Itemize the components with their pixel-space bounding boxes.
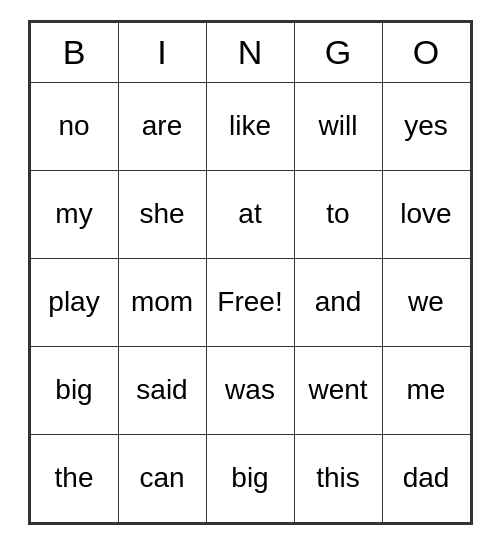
table-row: playmomFree!andwe [30, 258, 470, 346]
bingo-cell: love [382, 170, 470, 258]
header-o: O [382, 22, 470, 82]
bingo-cell: my [30, 170, 118, 258]
bingo-cell: play [30, 258, 118, 346]
bingo-cell: like [206, 82, 294, 170]
bingo-table: B I N G O noarelikewillyesmysheattolovep… [30, 22, 471, 523]
bingo-cell: at [206, 170, 294, 258]
bingo-cell: Free! [206, 258, 294, 346]
bingo-cell: said [118, 346, 206, 434]
bingo-card: B I N G O noarelikewillyesmysheattolovep… [28, 20, 473, 525]
bingo-cell: and [294, 258, 382, 346]
table-row: thecanbigthisdad [30, 434, 470, 522]
bingo-cell: big [30, 346, 118, 434]
bingo-cell: can [118, 434, 206, 522]
bingo-cell: will [294, 82, 382, 170]
bingo-cell: yes [382, 82, 470, 170]
table-row: mysheattolove [30, 170, 470, 258]
bingo-cell: me [382, 346, 470, 434]
header-g: G [294, 22, 382, 82]
bingo-cell: she [118, 170, 206, 258]
bingo-cell: no [30, 82, 118, 170]
table-row: noarelikewillyes [30, 82, 470, 170]
bingo-cell: was [206, 346, 294, 434]
bingo-cell: mom [118, 258, 206, 346]
header-n: N [206, 22, 294, 82]
table-row: bigsaidwaswentme [30, 346, 470, 434]
header-i: I [118, 22, 206, 82]
bingo-cell: went [294, 346, 382, 434]
bingo-cell: dad [382, 434, 470, 522]
bingo-cell: this [294, 434, 382, 522]
header-row: B I N G O [30, 22, 470, 82]
bingo-cell: we [382, 258, 470, 346]
bingo-cell: the [30, 434, 118, 522]
header-b: B [30, 22, 118, 82]
bingo-cell: to [294, 170, 382, 258]
bingo-cell: are [118, 82, 206, 170]
bingo-cell: big [206, 434, 294, 522]
